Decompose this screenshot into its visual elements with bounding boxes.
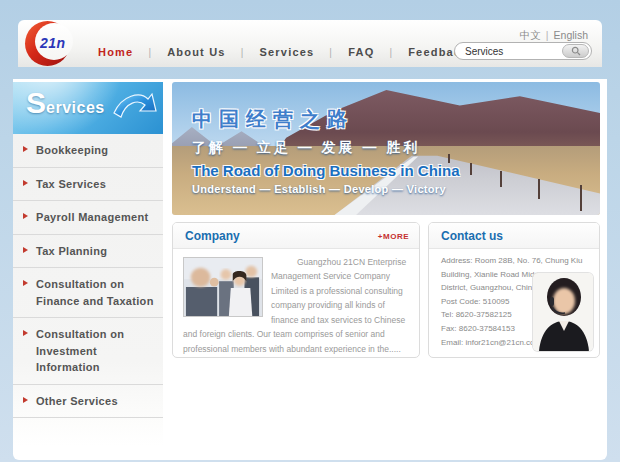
banner-text: 中国经营之路 了解 — 立足 — 发展 — 胜利 The Road of Doi… — [192, 106, 460, 195]
search-box — [454, 42, 592, 60]
company-header: Company +MORE — [173, 223, 419, 249]
company-section: Company +MORE — [172, 222, 420, 358]
contact-section: Contact us Address: Room 28B, No. 76, Ch… — [428, 222, 600, 358]
language-switcher: 中文|English — [520, 29, 588, 43]
nav-about-us[interactable]: About Us — [167, 46, 225, 58]
contact-photo — [533, 273, 593, 351]
sidebar-item-label: Tax Services — [36, 176, 106, 193]
contact-title: Contact us — [441, 229, 503, 243]
bullet-arrow-icon — [23, 247, 28, 253]
bullet-arrow-icon — [23, 180, 28, 186]
bullet-arrow-icon — [23, 280, 28, 286]
company-more-link[interactable]: +MORE — [378, 232, 409, 241]
contact-header: Contact us — [429, 223, 599, 249]
sidebar-title: Services — [26, 88, 105, 118]
sidebar-services-banner: Services — [13, 82, 163, 134]
lang-chinese-link[interactable]: 中文 — [520, 29, 541, 41]
search-icon — [571, 46, 581, 56]
sidebar-menu: Bookkeeping Tax Services Payroll Managem… — [13, 134, 163, 418]
sidebar-title-letter: S — [26, 88, 46, 118]
sidebar-item-label: Bookkeeping — [36, 142, 108, 159]
company-title: Company — [185, 229, 240, 243]
sidebar-item-label: Other Services — [36, 393, 118, 410]
info-row: Company +MORE — [172, 222, 600, 358]
sidebar-item-label: Consultation on Investment Information — [36, 326, 159, 376]
sidebar-item-payroll-management[interactable]: Payroll Management — [13, 201, 163, 235]
banner-line4: Understand — Establish — Develop — Victo… — [192, 183, 460, 195]
logo-text: 21n — [40, 35, 66, 51]
main-content: Services Bookkeeping Tax — [13, 79, 607, 460]
sidebar: Services Bookkeeping Tax — [13, 82, 163, 446]
lang-separator: | — [546, 29, 549, 41]
bullet-arrow-icon — [23, 330, 28, 336]
sidebar-item-label: Consultation on Finance and Taxation — [36, 276, 159, 309]
bullet-arrow-icon — [23, 146, 28, 152]
page: 21n 中文|English Home | About Us | Service… — [13, 0, 607, 462]
sidebar-item-label: Tax Planning — [36, 243, 107, 260]
sidebar-fade — [13, 418, 163, 446]
nav-separator: | — [148, 47, 152, 58]
banner-line3: The Road of Doing Business in China — [192, 162, 460, 179]
nav-separator: | — [329, 47, 333, 58]
sidebar-item-label: Payroll Management — [36, 209, 148, 226]
company-body: Guangzhou 21CN Enterprise Management Ser… — [173, 249, 419, 358]
sidebar-title-rest: ervices — [46, 99, 105, 117]
sidebar-item-consultation-finance-taxation[interactable]: Consultation on Finance and Taxation — [13, 268, 163, 318]
nav-separator: | — [241, 47, 245, 58]
sidebar-item-tax-planning[interactable]: Tax Planning — [13, 235, 163, 269]
header: 21n 中文|English Home | About Us | Service… — [18, 20, 602, 67]
lang-english-link[interactable]: English — [554, 29, 588, 41]
nav-home[interactable]: Home — [98, 46, 133, 58]
hero-banner: 中国经营之路 了解 — 立足 — 发展 — 胜利 The Road of Doi… — [172, 82, 600, 215]
content-column: 中国经营之路 了解 — 立足 — 发展 — 胜利 The Road of Doi… — [172, 82, 600, 446]
bullet-arrow-icon — [23, 397, 28, 403]
services-arrow-icon — [110, 89, 158, 129]
search-input[interactable] — [455, 46, 562, 57]
main-nav: Home | About Us | Services | FAQ | Feedb… — [98, 46, 469, 58]
sidebar-item-other-services[interactable]: Other Services — [13, 385, 163, 419]
nav-separator: | — [389, 47, 393, 58]
sidebar-item-bookkeeping[interactable]: Bookkeeping — [13, 134, 163, 168]
nav-faq[interactable]: FAQ — [348, 46, 374, 58]
sidebar-item-tax-services[interactable]: Tax Services — [13, 168, 163, 202]
company-photo — [183, 257, 263, 317]
logo[interactable]: 21n — [25, 21, 85, 67]
banner-line2: 了解 — 立足 — 发展 — 胜利 — [192, 139, 460, 157]
search-button[interactable] — [562, 44, 589, 58]
banner-line1: 中国经营之路 — [192, 106, 460, 133]
sidebar-item-consultation-investment-information[interactable]: Consultation on Investment Information — [13, 318, 163, 385]
nav-services[interactable]: Services — [259, 46, 314, 58]
bullet-arrow-icon — [23, 213, 28, 219]
